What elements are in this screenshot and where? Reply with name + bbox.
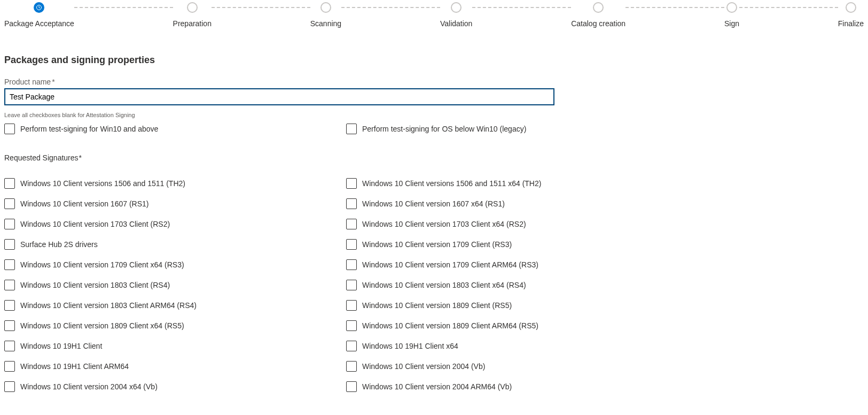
checkbox-input[interactable]: [346, 361, 357, 372]
step-label: Catalog creation: [571, 19, 625, 28]
checkbox-label: Perform test-signing for Win10 and above: [20, 125, 158, 133]
required-asterisk: *: [79, 153, 82, 162]
checkbox-label: Windows 10 Client version 2004 x64 (Vb): [20, 382, 158, 391]
checkbox-label: Windows 10 Client version 1709 Client AR…: [362, 260, 538, 269]
requested-signatures-title: Requested Signatures*: [4, 153, 864, 162]
step-bubble-icon: [726, 2, 737, 13]
step-label: Sign: [724, 19, 739, 28]
checkbox-input[interactable]: [346, 124, 357, 134]
test-signing-row: Perform test-signing for Win10 and above…: [4, 124, 864, 134]
step-scanning: Scanning: [310, 2, 341, 28]
checkbox-label: Windows 10 19H1 Client: [20, 342, 102, 350]
signatures-column-right: Windows 10 Client versions 1506 and 1511…: [346, 178, 688, 392]
step-bubble-icon: [593, 2, 604, 13]
signature-checkbox[interactable]: Surface Hub 2S drivers: [4, 239, 346, 250]
checkbox-label: Windows 10 Client version 1803 Client AR…: [20, 301, 197, 310]
signature-checkbox[interactable]: Windows 10 Client version 2004 ARM64 (Vb…: [346, 381, 688, 392]
step-catalog-creation: Catalog creation: [571, 2, 625, 28]
signature-checkbox[interactable]: Windows 10 Client version 1809 Client AR…: [346, 320, 688, 331]
checkbox-input[interactable]: [346, 259, 357, 270]
checkbox-input[interactable]: [4, 239, 15, 250]
signature-checkbox[interactable]: Windows 10 Client version 1607 x64 (RS1): [346, 198, 688, 209]
signature-checkbox[interactable]: Windows 10 Client versions 1506 and 1511…: [4, 178, 346, 189]
signature-checkbox[interactable]: Windows 10 Client version 1709 Client (R…: [346, 239, 688, 250]
signature-checkbox[interactable]: Windows 10 Client version 1703 Client (R…: [4, 219, 346, 229]
signature-checkbox[interactable]: Windows 10 Client version 1803 Client x6…: [346, 280, 688, 290]
checkbox-label: Windows 10 Client version 1709 Client (R…: [362, 240, 512, 249]
step-bubble-icon: [451, 2, 462, 13]
step-label: Finalize: [838, 19, 864, 28]
signature-checkbox[interactable]: Windows 10 19H1 Client: [4, 341, 346, 351]
checkbox-label: Perform test-signing for OS below Win10 …: [362, 125, 526, 133]
test-sign-legacy-checkbox[interactable]: Perform test-signing for OS below Win10 …: [346, 124, 688, 134]
checkbox-label: Windows 10 19H1 Client ARM64: [20, 362, 129, 371]
signature-checkbox[interactable]: Windows 10 Client version 1803 Client AR…: [4, 300, 346, 311]
required-asterisk: *: [51, 78, 54, 86]
signatures-column-left: Windows 10 Client versions 1506 and 1511…: [4, 178, 346, 392]
checkbox-label: Windows 10 Client versions 1506 and 1511…: [362, 179, 541, 188]
checkbox-input[interactable]: [346, 219, 357, 229]
product-name-label-text: Product name: [4, 78, 51, 86]
checkbox-input[interactable]: [4, 219, 15, 229]
checkbox-input[interactable]: [4, 198, 15, 209]
signature-checkbox[interactable]: Windows 10 19H1 Client ARM64: [4, 361, 346, 372]
signature-checkbox[interactable]: Windows 10 Client version 1809 Client x6…: [4, 320, 346, 331]
checkbox-label: Windows 10 Client version 1809 Client AR…: [362, 321, 538, 330]
checkbox-input[interactable]: [4, 341, 15, 351]
checkbox-input[interactable]: [4, 381, 15, 392]
checkbox-input[interactable]: [346, 320, 357, 331]
product-name-input[interactable]: [4, 88, 554, 105]
signature-checkbox[interactable]: Windows 10 Client version 1607 (RS1): [4, 198, 346, 209]
checkbox-label: Windows 10 Client version 1607 x64 (RS1): [362, 199, 505, 208]
signature-checkbox[interactable]: Windows 10 Client version 2004 (Vb): [346, 361, 688, 372]
signature-checkbox[interactable]: Windows 10 Client version 1809 Client (R…: [346, 300, 688, 311]
checkbox-input[interactable]: [4, 361, 15, 372]
checkbox-label: Windows 10 Client version 1809 Client x6…: [20, 321, 184, 330]
step-preparation: Preparation: [173, 2, 212, 28]
product-name-label: Product name*: [4, 78, 864, 86]
signature-checkbox[interactable]: Windows 10 Client version 2004 x64 (Vb): [4, 381, 346, 392]
checkbox-input[interactable]: [4, 259, 15, 270]
step-label: Preparation: [173, 19, 212, 28]
checkbox-label: Windows 10 Client version 1803 Client x6…: [362, 281, 526, 289]
step-connector: [739, 7, 838, 8]
checkbox-input[interactable]: [4, 124, 15, 134]
checkbox-label: Windows 10 Client version 2004 ARM64 (Vb…: [362, 382, 512, 391]
checkbox-label: Windows 10 Client version 1703 Client x6…: [362, 220, 526, 228]
requested-signatures-title-text: Requested Signatures: [4, 153, 79, 162]
checkbox-input[interactable]: [346, 341, 357, 351]
signature-checkbox[interactable]: Windows 10 Client version 1703 Client x6…: [346, 219, 688, 229]
checkbox-input[interactable]: [346, 280, 357, 290]
step-label: Scanning: [310, 19, 341, 28]
step-sign: Sign: [724, 2, 739, 28]
checkbox-label: Windows 10 Client version 1607 (RS1): [20, 199, 148, 208]
attestation-hint: Leave all checkboxes blank for Attestati…: [4, 112, 864, 118]
step-finalize: Finalize: [838, 2, 864, 28]
section-title: Packages and signing properties: [4, 55, 864, 66]
signature-checkbox[interactable]: Windows 10 Client versions 1506 and 1511…: [346, 178, 688, 189]
checkbox-input[interactable]: [346, 198, 357, 209]
checkbox-input[interactable]: [346, 178, 357, 189]
checkbox-input[interactable]: [346, 381, 357, 392]
wizard-stepper: Package Acceptance Preparation Scanning …: [4, 2, 864, 28]
checkbox-input[interactable]: [4, 300, 15, 311]
step-validation: Validation: [440, 2, 472, 28]
checkbox-input[interactable]: [346, 300, 357, 311]
step-connector: [341, 7, 440, 8]
checkbox-input[interactable]: [346, 239, 357, 250]
checkbox-input[interactable]: [4, 178, 15, 189]
signature-checkbox[interactable]: Windows 10 Client version 1709 Client x6…: [4, 259, 346, 270]
checkbox-label: Windows 10 Client version 1809 Client (R…: [362, 301, 512, 310]
signature-checkbox[interactable]: Windows 10 Client version 1709 Client AR…: [346, 259, 688, 270]
checkbox-label: Windows 10 Client versions 1506 and 1511…: [20, 179, 185, 188]
signature-checkbox[interactable]: Windows 10 Client version 1803 Client (R…: [4, 280, 346, 290]
step-connector: [472, 7, 571, 8]
signatures-grid: Windows 10 Client versions 1506 and 1511…: [4, 178, 864, 392]
step-label: Package Acceptance: [4, 19, 74, 28]
checkbox-label: Windows 10 Client version 1703 Client (R…: [20, 220, 170, 228]
step-label: Validation: [440, 19, 472, 28]
checkbox-input[interactable]: [4, 320, 15, 331]
signature-checkbox[interactable]: Windows 10 19H1 Client x64: [346, 341, 688, 351]
test-sign-win10-checkbox[interactable]: Perform test-signing for Win10 and above: [4, 124, 346, 134]
checkbox-input[interactable]: [4, 280, 15, 290]
